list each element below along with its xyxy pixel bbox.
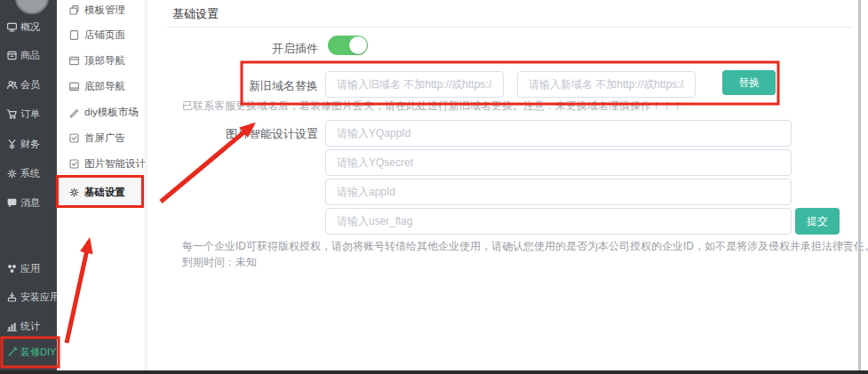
submit-button[interactable]: 提交: [795, 208, 840, 235]
new-domain-input[interactable]: [517, 71, 696, 98]
yen-icon: [6, 139, 18, 150]
sidebar-item-订单[interactable]: 订单: [0, 104, 57, 123]
badge-icon: [68, 158, 80, 170]
sidebar-item-消息[interactable]: 消息: [0, 193, 57, 212]
sidebar-item-label: 首屏广告: [84, 131, 125, 145]
sidebar-item-label: 概况: [20, 20, 40, 34]
users-icon: [6, 79, 18, 91]
app-window: 概况商品会员订单财务系统消息应用安装应用统计装修DIY 模板管理店铺页面顶部导航…: [0, 0, 868, 374]
sidebar-item-label: 系统: [20, 167, 40, 180]
design-settings-label: 图片智能设计设置: [147, 126, 318, 142]
sidebar-item-模板管理[interactable]: 模板管理: [57, 0, 145, 21]
install-icon: [6, 291, 18, 303]
apps-icon: [6, 263, 18, 275]
sidebar-item-底部导航[interactable]: 底部导航: [57, 75, 145, 98]
sidebar-item-label: 底部导航: [84, 80, 125, 93]
yqsecret-input[interactable]: [325, 149, 792, 176]
appid-input[interactable]: [325, 179, 792, 205]
domain-replace-label: 新旧域名替换: [147, 78, 318, 94]
sidebar-item-图片智能设计[interactable]: 图片智能设计: [57, 152, 145, 175]
monitor-icon: [6, 21, 18, 33]
main-sidebar: 概况商品会员订单财务系统消息应用安装应用统计装修DIY: [0, 0, 57, 370]
sidebar-item-label: 统计: [20, 320, 40, 333]
sidebar-item-店铺页面[interactable]: 店铺页面: [57, 23, 145, 46]
sidebar-item-label: 模板管理: [84, 4, 125, 17]
gear-icon: [68, 187, 80, 198]
sidebar-item-装修diy[interactable]: 装修DIY: [0, 342, 57, 362]
sidebar-item-label: 装修DIY: [20, 346, 56, 359]
sidebar-item-label: 应用: [20, 262, 40, 275]
sidebar-item-应用[interactable]: 应用: [0, 259, 57, 278]
main-content: 基础设置 开启插件 新旧域名替换 替换 已联系客服更换域名后，若装修图片丢失，请…: [147, 0, 858, 370]
sidebar-item-财务[interactable]: 财务: [0, 134, 57, 154]
bottomnav-icon: [68, 81, 80, 92]
sidebar-item-首屏广告[interactable]: 首屏广告: [57, 126, 145, 149]
diy-submenu-sidebar: 模板管理店铺页面顶部导航底部导航diy模板市场首屏广告图片智能设计基础设置: [57, 0, 146, 370]
topnav-icon: [68, 55, 80, 67]
page-title: 基础设置: [172, 6, 219, 22]
badge-icon: [68, 132, 80, 144]
sidebar-item-label: 店铺页面: [84, 28, 125, 42]
cart-icon: [6, 108, 18, 120]
toggle-knob: [349, 36, 367, 54]
plugin-toggle-label: 开启插件: [147, 41, 318, 57]
avatar[interactable]: [15, 0, 49, 14]
sidebar-item-label: 基础设置: [84, 186, 125, 199]
sidebar-item-label: 安装应用: [20, 290, 60, 304]
sidebar-item-label: 商品: [20, 49, 40, 62]
goods-icon: [6, 50, 18, 61]
sidebar-item-label: 顶部导航: [84, 54, 125, 68]
old-domain-input[interactable]: [325, 71, 504, 98]
expiry-notice: 到期时间：未知: [182, 255, 257, 270]
sidebar-item-label: 图片智能设计: [84, 157, 146, 171]
sidebar-item-label: 会员: [20, 78, 40, 92]
sidebar-item-安装应用[interactable]: 安装应用: [0, 287, 57, 306]
wrench-icon: [6, 346, 18, 358]
window-bottom-edge: [0, 370, 868, 374]
sidebar-item-基础设置[interactable]: 基础设置: [57, 180, 145, 203]
sidebar-item-商品[interactable]: 商品: [0, 45, 57, 65]
sidebar-item-概况[interactable]: 概况: [0, 17, 57, 36]
gear-icon: [6, 168, 18, 179]
replace-button[interactable]: 替换: [722, 70, 776, 95]
window-right-edge: [858, 0, 861, 370]
sidebar-item-diy模板市场[interactable]: diy模板市场: [57, 100, 145, 123]
sidebar-item-统计[interactable]: 统计: [0, 316, 57, 336]
pencil-icon: [68, 107, 80, 118]
stats-icon: [6, 321, 18, 332]
user-flag-input[interactable]: [325, 208, 792, 235]
plugin-toggle[interactable]: [328, 36, 368, 55]
title-divider: [166, 27, 852, 28]
domain-replace-hint: 已联系客服更换域名后，若装修图片丢失，请在此处进行新旧域名更换。注意：未更换域名…: [182, 99, 683, 114]
sidebar-item-顶部导航[interactable]: 顶部导航: [57, 49, 145, 72]
page-icon: [68, 29, 80, 41]
license-notice: 每一个企业ID可获得版权授权，请勿将账号转借给其他企业使用，请确认您使用的是否为…: [182, 239, 868, 254]
yqappid-input[interactable]: [325, 120, 792, 147]
sidebar-item-系统[interactable]: 系统: [0, 163, 57, 183]
chat-icon: [6, 197, 18, 209]
sidebar-item-label: 订单: [20, 107, 40, 121]
sidebar-item-会员[interactable]: 会员: [0, 75, 57, 94]
sidebar-item-label: 财务: [20, 138, 40, 151]
sidebar-item-label: 消息: [20, 196, 40, 210]
templates-icon: [68, 4, 80, 16]
sidebar-item-label: diy模板市场: [84, 106, 139, 119]
